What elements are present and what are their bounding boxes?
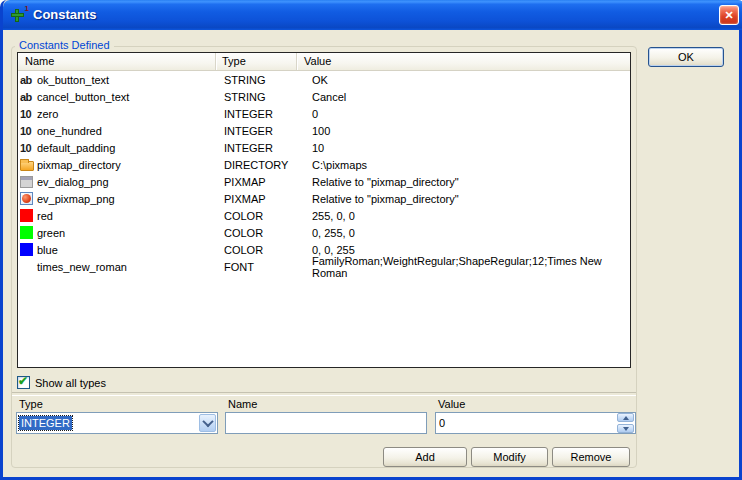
checkbox-box: ✔ [17, 376, 30, 389]
type-combobox-selection: INTEGER [19, 416, 72, 430]
cell-name: ev_dialog_png [18, 176, 218, 188]
groupbox-caption: Constants Defined [15, 39, 114, 51]
color-swatch-icon [20, 209, 33, 222]
cell-type: COLOR [218, 227, 305, 239]
cell-value: 10 [305, 142, 630, 154]
cell-type: STRING [218, 91, 305, 103]
cell-type: COLOR [218, 244, 305, 256]
value-input[interactable] [435, 412, 636, 434]
cell-value: 0, 255, 0 [305, 227, 630, 239]
cell-name: 10default_padding [18, 142, 218, 154]
cell-name: times_new_roman [18, 260, 218, 273]
cell-name: ev_pixmap_png [18, 192, 218, 205]
cell-value: C:\pixmaps [305, 159, 630, 171]
cell-type: INTEGER [218, 108, 305, 120]
integer-10-icon: 10 [20, 125, 36, 137]
constants-table: Name Type Value abok_button_textSTRINGOK… [17, 52, 631, 368]
string-ab-icon: ab [20, 91, 36, 103]
constant-name: red [37, 210, 53, 222]
table-row[interactable]: 10default_paddingINTEGER10 [18, 139, 630, 156]
table-row[interactable]: ev_pixmap_pngPIXMAPRelative to "pixmap_d… [18, 190, 630, 207]
cell-name: blue [18, 243, 218, 256]
cell-name: 10zero [18, 108, 218, 120]
combobox-dropdown-button[interactable] [199, 414, 216, 432]
integer-10-icon: 10 [20, 108, 36, 120]
constant-name: times_new_roman [37, 261, 127, 273]
cell-value: OK [305, 74, 630, 86]
cell-type: PIXMAP [218, 176, 305, 188]
cell-value: 0 [305, 108, 630, 120]
constant-name: ok_button_text [37, 74, 109, 86]
plus-superscript: 1 [25, 4, 29, 13]
table-row[interactable]: abok_button_textSTRINGOK [18, 71, 630, 88]
constant-name: ev_dialog_png [37, 176, 109, 188]
constant-name: default_padding [37, 142, 115, 154]
constant-name: cancel_button_text [37, 91, 129, 103]
name-label: Name [228, 398, 257, 410]
table-rows: abok_button_textSTRINGOKabcancel_button_… [18, 71, 630, 275]
section-separator [12, 392, 636, 396]
cell-type: INTEGER [218, 142, 305, 154]
table-row[interactable]: pixmap_directoryDIRECTORYC:\pixmaps [18, 156, 630, 173]
cell-type: DIRECTORY [218, 159, 305, 171]
dialog-window: 1 Constants ✕ OK Constants Defined Name … [0, 0, 742, 480]
dialog-pixmap-icon [20, 176, 33, 188]
modify-button[interactable]: Modify [471, 447, 548, 467]
arrow-up-icon [623, 416, 629, 420]
folder-icon [20, 161, 34, 171]
constant-name: pixmap_directory [37, 159, 121, 171]
column-header-name[interactable]: Name [18, 53, 216, 70]
integer-10-icon: 10 [20, 142, 36, 154]
close-button[interactable]: ✕ [719, 5, 739, 25]
cell-value: Cancel [305, 91, 630, 103]
value-label: Value [438, 398, 465, 410]
table-row[interactable]: 10zeroINTEGER0 [18, 105, 630, 122]
table-row[interactable]: greenCOLOR0, 255, 0 [18, 224, 630, 241]
column-header-value[interactable]: Value [297, 53, 630, 70]
constant-name: blue [37, 244, 58, 256]
table-row[interactable]: ev_dialog_pngPIXMAPRelative to "pixmap_d… [18, 173, 630, 190]
table-row[interactable]: redCOLOR255, 0, 0 [18, 207, 630, 224]
type-combobox[interactable]: INTEGER [16, 412, 218, 434]
table-row[interactable]: 10one_hundredINTEGER100 [18, 122, 630, 139]
column-header-type[interactable]: Type [216, 53, 297, 70]
cell-type: COLOR [218, 210, 305, 222]
chevron-down-icon [202, 416, 213, 427]
cell-value: Relative to "pixmap_directory" [305, 193, 630, 205]
remove-button[interactable]: Remove [552, 447, 630, 467]
checkmark-icon: ✔ [18, 374, 28, 388]
constants-plus-icon: 1 [11, 6, 29, 23]
constant-name: one_hundred [37, 125, 102, 137]
table-row[interactable]: abcancel_button_textSTRINGCancel [18, 88, 630, 105]
table-row[interactable]: times_new_romanFONTFamilyRoman;WeightReg… [18, 258, 630, 275]
constant-name: green [37, 227, 65, 239]
table-header: Name Type Value [18, 53, 630, 71]
close-icon: ✕ [724, 9, 733, 21]
titlebar[interactable]: 1 Constants ✕ [3, 0, 742, 30]
cell-type: STRING [218, 74, 305, 86]
cell-value: Relative to "pixmap_directory" [305, 176, 630, 188]
name-input[interactable] [225, 412, 427, 434]
checkbox-label: Show all types [35, 377, 106, 389]
spin-up-button[interactable] [617, 413, 634, 422]
pixmap-sphere-icon [20, 192, 33, 205]
show-all-types-checkbox[interactable]: ✔ Show all types [17, 376, 106, 389]
cell-value: 255, 0, 0 [305, 210, 630, 222]
cell-name: green [18, 226, 218, 239]
cell-type: INTEGER [218, 125, 305, 137]
ok-button[interactable]: OK [648, 47, 724, 67]
cell-name: 10one_hundred [18, 125, 218, 137]
cell-name: pixmap_directory [18, 159, 218, 171]
type-label: Type [19, 398, 43, 410]
add-button[interactable]: Add [383, 447, 467, 467]
cell-name: red [18, 209, 218, 222]
cell-type: FONT [218, 261, 305, 273]
cell-type: PIXMAP [218, 193, 305, 205]
constant-name: ev_pixmap_png [37, 193, 115, 205]
no-icon [20, 260, 36, 273]
window-title: Constants [33, 7, 97, 22]
color-swatch-icon [20, 226, 33, 239]
cell-name: abok_button_text [18, 74, 218, 86]
spin-down-button[interactable] [617, 424, 634, 433]
cell-value: 100 [305, 125, 630, 137]
